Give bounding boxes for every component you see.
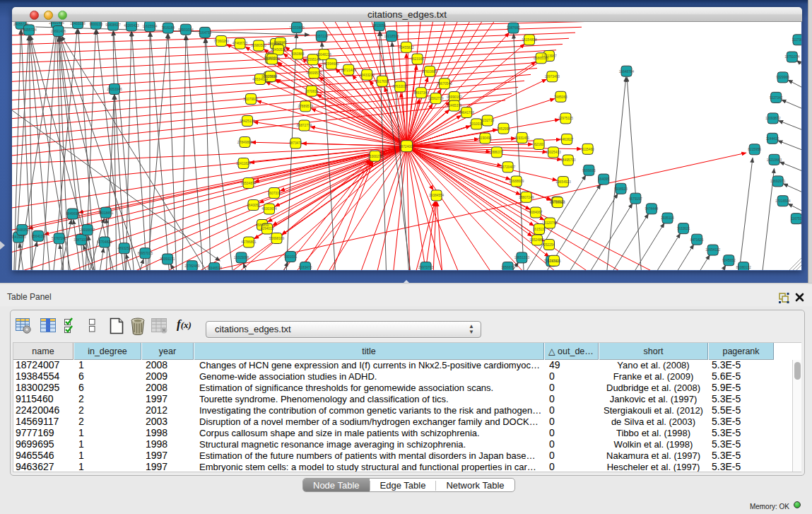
svg-text:24055724: 24055724 [21, 28, 37, 32]
svg-text:20053346: 20053346 [107, 88, 122, 91]
svg-text:7632621: 7632621 [677, 227, 690, 230]
svg-text:15869232: 15869232 [265, 57, 281, 61]
svg-text:62704828: 62704828 [97, 240, 112, 244]
svg-text:1640052: 1640052 [247, 204, 260, 207]
svg-text:9227342: 9227342 [770, 96, 783, 100]
svg-text:48018451: 48018451 [98, 211, 114, 215]
svg-text:55698169: 55698169 [269, 237, 285, 240]
svg-text:9245652: 9245652 [722, 259, 736, 262]
svg-text:0564139: 0564139 [32, 235, 45, 238]
svg-text:31931491: 31931491 [514, 136, 530, 140]
svg-text:62160: 62160 [534, 143, 544, 146]
svg-text:13433200: 13433200 [360, 74, 375, 77]
svg-text:9232719: 9232719 [481, 119, 494, 122]
svg-text:9329966: 9329966 [776, 76, 789, 79]
svg-text:9084067: 9084067 [529, 211, 543, 214]
svg-text:77360260: 77360260 [213, 40, 229, 43]
svg-text:7357224: 7357224 [315, 35, 329, 38]
svg-text:06990162: 06990162 [447, 95, 462, 99]
svg-text:8471626: 8471626 [690, 238, 704, 242]
svg-text:12411824: 12411824 [236, 162, 251, 165]
svg-text:90838637: 90838637 [105, 23, 121, 27]
svg-text:93534874: 93534874 [241, 182, 257, 185]
svg-text:81080132: 81080132 [736, 266, 751, 269]
svg-text:9115460: 9115460 [581, 148, 594, 151]
svg-text:4190496: 4190496 [478, 136, 492, 140]
svg-text:17016504: 17016504 [775, 199, 791, 203]
svg-text:4873471: 4873471 [289, 141, 302, 145]
svg-text:116753: 116753 [791, 217, 801, 221]
svg-text:38346578: 38346578 [207, 267, 223, 270]
svg-text:1656670: 1656670 [501, 266, 514, 269]
svg-text:15692971: 15692971 [770, 180, 786, 183]
svg-text:9474444: 9474444 [645, 207, 659, 211]
svg-text:65648236: 65648236 [317, 53, 332, 57]
svg-text:2805982: 2805982 [273, 41, 287, 45]
svg-text:42786801: 42786801 [241, 240, 257, 244]
svg-text:13315098: 13315098 [234, 256, 249, 259]
svg-text:7917693: 7917693 [375, 80, 389, 83]
svg-text:12975115: 12975115 [558, 117, 573, 120]
svg-text:38721489: 38721489 [341, 69, 357, 72]
svg-text:24055724: 24055724 [13, 23, 29, 26]
svg-text:09670546: 09670546 [437, 82, 452, 86]
svg-text:27889579: 27889579 [298, 105, 314, 108]
svg-text:19756923: 19756923 [550, 201, 565, 204]
svg-text:10651333: 10651333 [514, 256, 530, 259]
svg-text:51079911: 51079911 [244, 98, 259, 101]
svg-text:7485063: 7485063 [554, 95, 567, 99]
svg-text:20691406: 20691406 [49, 22, 64, 25]
svg-text:15720407: 15720407 [500, 165, 516, 169]
svg-text:18495793: 18495793 [560, 158, 576, 162]
svg-text:16120746: 16120746 [542, 221, 558, 225]
svg-text:4586850: 4586850 [256, 223, 269, 227]
svg-text:18724007: 18724007 [399, 145, 415, 148]
svg-text:95931034: 95931034 [178, 28, 194, 32]
svg-text:12093872: 12093872 [765, 117, 781, 120]
svg-text:9301031: 9301031 [284, 255, 298, 259]
svg-text:5183473: 5183473 [299, 266, 312, 269]
svg-text:16154808: 16154808 [522, 38, 537, 42]
svg-text:38425135: 38425135 [240, 119, 255, 123]
svg-text:1244415: 1244415 [766, 137, 779, 141]
svg-text:4294019: 4294019 [261, 227, 274, 230]
svg-text:05865185: 05865185 [534, 57, 549, 60]
svg-text:1607337: 1607337 [268, 192, 281, 195]
svg-text:164095: 164095 [598, 177, 609, 181]
svg-text:30391171: 30391171 [160, 257, 175, 261]
svg-text:16210643: 16210643 [767, 158, 782, 162]
svg-text:80957015: 80957015 [138, 252, 153, 255]
svg-text:15751074: 15751074 [784, 55, 800, 59]
svg-text:06562729: 06562729 [428, 97, 444, 100]
svg-text:53419283: 53419283 [12, 235, 26, 239]
svg-text:16524861: 16524861 [529, 238, 545, 242]
svg-text:64641708: 64641708 [459, 111, 475, 115]
svg-text:19654923: 19654923 [555, 180, 571, 184]
svg-text:40265423: 40265423 [124, 24, 139, 28]
svg-text:18807249: 18807249 [519, 196, 534, 199]
svg-text:67632016: 67632016 [393, 85, 408, 88]
svg-text:6679197: 6679197 [629, 197, 642, 201]
svg-text:20465375: 20465375 [447, 104, 462, 107]
svg-text:1615132: 1615132 [533, 228, 546, 231]
svg-text:16033809: 16033809 [289, 26, 305, 30]
svg-text:11615594: 11615594 [143, 25, 158, 28]
svg-text:252254: 252254 [543, 243, 555, 247]
svg-text:9463627: 9463627 [560, 138, 574, 141]
svg-text:1117304: 1117304 [792, 38, 801, 42]
svg-text:5310033: 5310033 [470, 122, 483, 126]
svg-text:3623166: 3623166 [411, 57, 424, 61]
svg-text:53767242: 53767242 [52, 237, 67, 240]
svg-text:43699577: 43699577 [307, 71, 322, 75]
svg-text:5938923: 5938923 [614, 187, 628, 191]
svg-text:8813054: 8813054 [372, 24, 386, 28]
svg-text:43455812: 43455812 [399, 46, 414, 49]
svg-text:10025433: 10025433 [546, 151, 561, 154]
svg-text:10433218: 10433218 [70, 22, 86, 25]
svg-text:6025634: 6025634 [264, 75, 277, 78]
svg-text:1733426: 1733426 [548, 259, 561, 263]
svg-text:61595148: 61595148 [305, 58, 321, 62]
svg-text:4060883: 4060883 [291, 52, 305, 56]
svg-text:2935114: 2935114 [661, 216, 674, 220]
svg-text:2870831: 2870831 [305, 90, 319, 93]
